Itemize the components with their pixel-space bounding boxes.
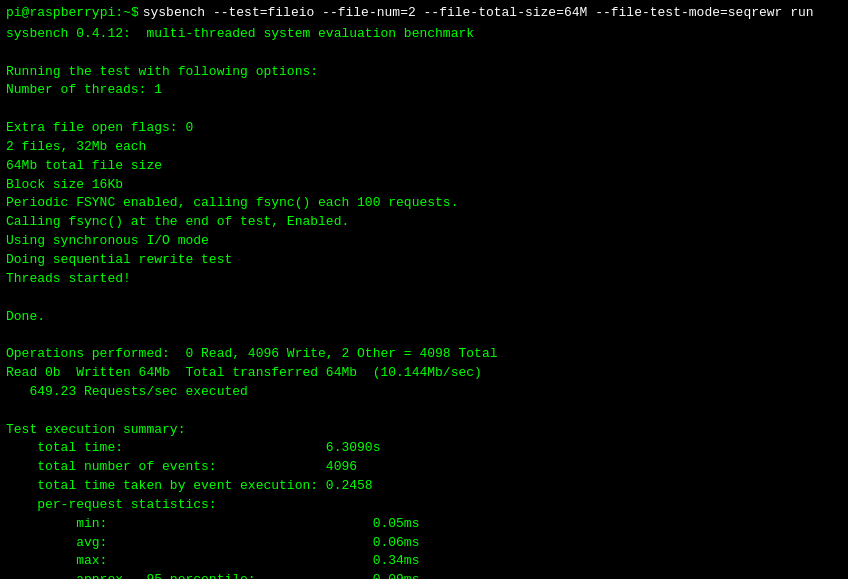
output-line: Operations performed: 0 Read, 4096 Write… <box>6 345 842 364</box>
output-line: Calling fsync() at the end of test, Enab… <box>6 213 842 232</box>
output-line: Doing sequential rewrite test <box>6 251 842 270</box>
output-line <box>6 289 842 308</box>
output-line: Extra file open flags: 0 <box>6 119 842 138</box>
output-line: per-request statistics: <box>6 496 842 515</box>
prompt-command: sysbench --test=fileio --file-num=2 --fi… <box>143 4 814 23</box>
output-line: Using synchronous I/O mode <box>6 232 842 251</box>
prompt-path: ~ <box>123 4 131 23</box>
output-line: Read 0b Written 64Mb Total transferred 6… <box>6 364 842 383</box>
output-line: Threads started! <box>6 270 842 289</box>
output-line <box>6 100 842 119</box>
terminal-window[interactable]: pi@raspberrypi:~$ sysbench --test=fileio… <box>0 0 848 579</box>
prompt-user: pi <box>6 4 22 23</box>
prompt-host: raspberrypi <box>29 4 115 23</box>
output-line: min: 0.05ms <box>6 515 842 534</box>
output-line: Running the test with following options: <box>6 63 842 82</box>
output-line: total number of events: 4096 <box>6 458 842 477</box>
output-line: avg: 0.06ms <box>6 534 842 553</box>
output-line: Periodic FSYNC enabled, calling fsync() … <box>6 194 842 213</box>
output-line: Test execution summary: <box>6 421 842 440</box>
prompt-dollar: $ <box>131 4 139 23</box>
prompt-at: @ <box>22 4 30 23</box>
output-line: max: 0.34ms <box>6 552 842 571</box>
output-line: Number of threads: 1 <box>6 81 842 100</box>
output-line: approx. 95 percentile: 0.09ms <box>6 571 842 579</box>
output-line: sysbench 0.4.12: multi-threaded system e… <box>6 25 842 44</box>
output-line <box>6 326 842 345</box>
output-line <box>6 402 842 421</box>
prompt-colon: : <box>115 4 123 23</box>
output-line: 2 files, 32Mb each <box>6 138 842 157</box>
output-line: Done. <box>6 308 842 327</box>
prompt-line: pi@raspberrypi:~$ sysbench --test=fileio… <box>6 4 842 23</box>
output-line: 649.23 Requests/sec executed <box>6 383 842 402</box>
output-line: 64Mb total file size <box>6 157 842 176</box>
output-line: Block size 16Kb <box>6 176 842 195</box>
output-line: total time: 6.3090s <box>6 439 842 458</box>
output-line <box>6 44 842 63</box>
terminal-output: sysbench 0.4.12: multi-threaded system e… <box>6 25 842 579</box>
output-line: total time taken by event execution: 0.2… <box>6 477 842 496</box>
